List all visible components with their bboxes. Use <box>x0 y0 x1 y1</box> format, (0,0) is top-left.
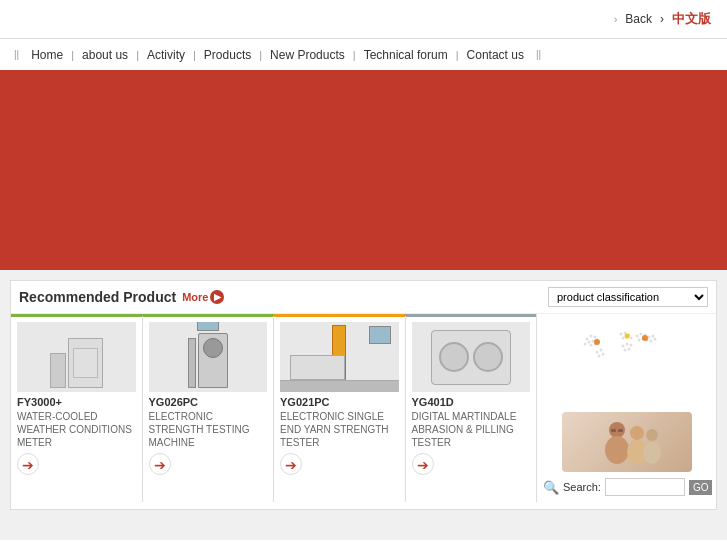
nav-item-home[interactable]: Home <box>23 48 71 62</box>
svg-point-14 <box>629 337 632 340</box>
recommended-label: Recommended Product More ▶ <box>19 289 224 305</box>
news-bar: THE NEWS IN FYI <box>0 540 727 545</box>
svg-point-26 <box>625 343 628 346</box>
svg-point-6 <box>583 343 586 346</box>
product-name-yg026: YG026PC <box>149 396 268 408</box>
svg-point-2 <box>593 336 596 339</box>
svg-rect-43 <box>611 429 616 432</box>
products-grid: FY3000+ WATER-COOLED WEATHER CONDITIONS … <box>11 314 536 502</box>
color-bar-fy3000 <box>11 314 142 317</box>
product-name-yg401: YG401D <box>412 396 531 408</box>
product-arrow-yg401[interactable]: ➔ <box>412 453 434 475</box>
svg-point-24 <box>653 338 656 341</box>
svg-point-42 <box>643 442 661 464</box>
classification-select[interactable]: product classification <box>548 287 708 307</box>
svg-point-28 <box>623 349 626 352</box>
svg-point-32 <box>597 355 600 358</box>
search-icon: 🔍 <box>543 480 559 495</box>
svg-point-1 <box>589 335 592 338</box>
svg-point-0 <box>585 338 588 341</box>
search-go-button[interactable]: GO <box>689 480 713 495</box>
svg-point-39 <box>630 426 644 440</box>
product-arrow-yg026[interactable]: ➔ <box>149 453 171 475</box>
svg-point-34 <box>642 335 648 341</box>
svg-point-15 <box>635 335 638 338</box>
nav-item-new-products[interactable]: New Products <box>262 48 353 62</box>
color-bar-yg401 <box>406 314 537 317</box>
product-col-fy3000: FY3000+ WATER-COOLED WEATHER CONDITIONS … <box>11 316 143 502</box>
product-image-yg021 <box>280 322 399 392</box>
nav-item-products[interactable]: Products <box>196 48 259 62</box>
svg-point-29 <box>627 348 630 351</box>
svg-point-3 <box>587 341 590 344</box>
svg-point-23 <box>649 340 652 343</box>
people-image <box>562 412 692 472</box>
products-section: Recommended Product More ▶ product class… <box>10 280 717 510</box>
product-col-yg401: YG401D DIGITAL MARTINDALE ABRASION & PIL… <box>406 316 537 502</box>
product-arrow-yg021[interactable]: ➔ <box>280 453 302 475</box>
svg-point-38 <box>605 436 629 464</box>
people-svg <box>567 415 687 470</box>
color-bar-yg021 <box>274 314 405 317</box>
search-bar: 🔍 Search: GO <box>543 478 710 496</box>
products-header: Recommended Product More ▶ product class… <box>11 281 716 314</box>
product-image-yg401 <box>412 322 531 392</box>
color-bar-yg026 <box>143 314 274 317</box>
classification-container: product classification <box>548 287 708 307</box>
product-image-yg026 <box>149 322 268 392</box>
nav-item-activity[interactable]: Activity <box>139 48 193 62</box>
world-map-svg <box>567 324 687 384</box>
svg-point-27 <box>629 344 632 347</box>
nav-item-technical[interactable]: Technical forum <box>356 48 456 62</box>
product-name-fy3000: FY3000+ <box>17 396 136 408</box>
product-desc-yg401: DIGITAL MARTINDALE ABRASION & PILLING TE… <box>412 410 531 449</box>
product-desc-yg021: ELECTRONIC SINGLE END YARN STRENGTH TEST… <box>280 410 399 449</box>
product-image-fy3000 <box>17 322 136 392</box>
svg-point-7 <box>589 344 592 347</box>
svg-point-33 <box>601 353 604 356</box>
nav-scroll-right[interactable]: || <box>532 49 545 60</box>
product-desc-yg026: ELECTRONIC STRENGTH TESTING MACHINE <box>149 410 268 449</box>
world-map <box>537 324 716 384</box>
nav-items: Home | about us | Activity | Products | … <box>23 48 532 62</box>
chinese-link[interactable]: 中文版 <box>672 10 711 28</box>
back-link[interactable]: Back <box>625 12 652 26</box>
more-link[interactable]: More ▶ <box>182 290 224 304</box>
hero-banner <box>0 70 727 270</box>
svg-point-19 <box>651 335 654 338</box>
nav-scroll-left[interactable]: || <box>10 49 23 60</box>
right-panel: 🔍 Search: GO <box>536 314 716 502</box>
svg-point-41 <box>646 429 658 441</box>
more-icon: ▶ <box>210 290 224 304</box>
svg-point-30 <box>595 351 598 354</box>
product-desc-fy3000: WATER-COOLED WEATHER CONDITIONS METER <box>17 410 136 449</box>
svg-point-25 <box>621 345 624 348</box>
nav-item-about[interactable]: about us <box>74 48 136 62</box>
separator: › <box>660 12 664 26</box>
svg-point-31 <box>599 349 602 352</box>
search-label: Search: <box>563 481 601 493</box>
product-col-yg021: YG021PC ELECTRONIC SINGLE END YARN STREN… <box>274 316 406 502</box>
svg-point-12 <box>621 337 624 340</box>
search-input[interactable] <box>605 478 685 496</box>
svg-point-36 <box>624 334 629 339</box>
svg-point-16 <box>639 333 642 336</box>
recommended-text: Recommended Product <box>19 289 176 305</box>
svg-rect-44 <box>618 429 623 432</box>
svg-point-35 <box>594 339 600 345</box>
top-bar: › Back › 中文版 <box>0 0 727 38</box>
nav-item-contact[interactable]: Contact us <box>459 48 532 62</box>
product-arrow-fy3000[interactable]: ➔ <box>17 453 39 475</box>
main-content: Recommended Product More ▶ product class… <box>0 270 727 540</box>
back-arrow-icon: › <box>614 13 618 25</box>
product-name-yg021: YG021PC <box>280 396 399 408</box>
top-bar-links: › Back › 中文版 <box>614 10 711 28</box>
product-col-yg026: YG026PC ELECTRONIC STRENGTH TESTING MACH… <box>143 316 275 502</box>
svg-point-20 <box>637 339 640 342</box>
more-text: More <box>182 291 208 303</box>
svg-point-9 <box>619 333 622 336</box>
nav-bar: || Home | about us | Activity | Products… <box>0 38 727 70</box>
